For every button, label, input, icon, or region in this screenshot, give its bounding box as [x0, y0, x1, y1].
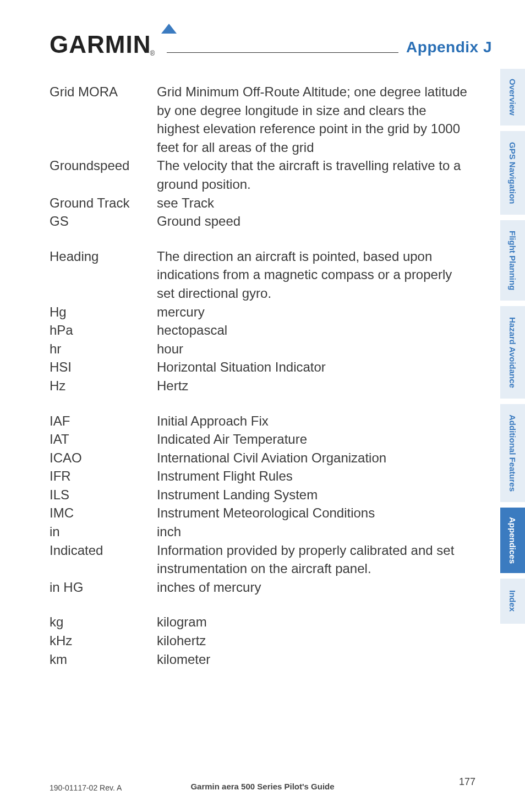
side-tab[interactable]: Appendices [500, 508, 525, 573]
glossary-row: Ground Tracksee Track [50, 194, 468, 212]
header-rule [167, 52, 398, 53]
glossary-term: ICAO [50, 449, 157, 467]
glossary-row: hrhour [50, 340, 468, 358]
glossary-definition: Indicated Air Temperature [157, 430, 468, 449]
glossary-row: GroundspeedThe velocity that the aircraf… [50, 156, 468, 193]
glossary-row: kmkilometer [50, 650, 468, 669]
glossary-term: in [50, 522, 157, 541]
glossary-row: IndicatedInformation provided by properl… [50, 541, 468, 578]
glossary-term: HSI [50, 358, 157, 377]
glossary-row: IATIndicated Air Temperature [50, 430, 468, 449]
glossary-term: Hg [50, 303, 157, 321]
glossary-term: IAT [50, 430, 157, 449]
glossary-row: HSIHorizontal Situation Indicator [50, 358, 468, 377]
glossary-term: GS [50, 212, 157, 231]
registered-icon: ® [150, 50, 155, 57]
glossary-definition: see Track [157, 194, 468, 212]
footer-page-number: 177 [459, 776, 475, 788]
glossary-row: HzHertz [50, 377, 468, 395]
glossary-definition: kilohertz [157, 631, 468, 650]
glossary-definition: inch [157, 522, 468, 541]
glossary-row: ICAOInternational Civil Aviation Organiz… [50, 449, 468, 467]
glossary-row: Grid MORAGrid Minimum Off-Route Altitude… [50, 83, 468, 156]
glossary-definition: The direction an aircraft is pointed, ba… [157, 247, 468, 303]
glossary-definition: Hertz [157, 377, 468, 395]
glossary-definition: kilogram [157, 613, 468, 631]
glossary-row: HeadingThe direction an aircraft is poin… [50, 247, 468, 303]
glossary-definition: Ground speed [157, 212, 468, 231]
svg-marker-0 [161, 24, 177, 34]
logo-triangle-icon [161, 24, 177, 36]
glossary-row: in HGinches of mercury [50, 578, 468, 597]
glossary-row: IAFInitial Approach Fix [50, 412, 468, 430]
glossary-term: IFR [50, 467, 157, 486]
glossary-term: Indicated [50, 541, 157, 560]
glossary-term: Ground Track [50, 194, 157, 212]
glossary-definition: hour [157, 340, 468, 358]
glossary-term: kHz [50, 631, 157, 650]
glossary-definition: Horizontal Situation Indicator [157, 358, 468, 377]
glossary-definition: Initial Approach Fix [157, 412, 468, 430]
glossary-row: ILSInstrument Landing System [50, 486, 468, 504]
page-header: GARMIN ® Appendix J [50, 31, 492, 58]
glossary-term: Heading [50, 247, 157, 266]
glossary-term: kg [50, 613, 157, 631]
side-tabs: OverviewGPS NavigationFlight PlanningHaz… [500, 69, 525, 624]
side-tab[interactable]: Flight Planning [500, 220, 525, 301]
page-footer: 190-01117-02 Rev. A Garmin aera 500 Seri… [50, 782, 475, 793]
glossary-definition: inches of mercury [157, 578, 468, 597]
glossary-row: kgkilogram [50, 613, 468, 631]
garmin-logo: GARMIN ® [50, 31, 156, 58]
appendix-title: Appendix J [406, 39, 492, 58]
glossary-row: GSGround speed [50, 212, 468, 231]
side-tab[interactable]: GPS Navigation [500, 131, 525, 215]
glossary-definition: Instrument Flight Rules [157, 467, 468, 486]
glossary-term: hr [50, 340, 157, 358]
glossary-list: Grid MORAGrid Minimum Off-Route Altitude… [50, 83, 468, 668]
glossary-row: IMCInstrument Meteorological Conditions [50, 504, 468, 522]
glossary-row: kHzkilohertz [50, 631, 468, 650]
side-tab[interactable]: Index [500, 579, 525, 624]
glossary-definition: Instrument Meteorological Conditions [157, 504, 468, 522]
glossary-definition: International Civil Aviation Organizatio… [157, 449, 468, 467]
glossary-term: in HG [50, 578, 157, 597]
glossary-row: ininch [50, 522, 468, 541]
glossary-row: hPahectopascal [50, 321, 468, 340]
glossary-term: ILS [50, 486, 157, 504]
glossary-term: hPa [50, 321, 157, 340]
footer-doc-id: 190-01117-02 Rev. A [50, 783, 122, 792]
glossary-definition: kilometer [157, 650, 468, 669]
logo-text: GARMIN [50, 31, 151, 58]
glossary-row: IFRInstrument Flight Rules [50, 467, 468, 486]
glossary-definition: The velocity that the aircraft is travel… [157, 156, 468, 193]
glossary-definition: Instrument Landing System [157, 486, 468, 504]
side-tab[interactable]: Hazard Avoidance [500, 306, 525, 399]
side-tab[interactable]: Additional Features [500, 404, 525, 502]
footer-title: Garmin aera 500 Series Pilot's Guide [190, 782, 334, 791]
glossary-definition: Information provided by properly calibra… [157, 541, 468, 578]
glossary-term: Hz [50, 377, 157, 395]
glossary-row: Hgmercury [50, 303, 468, 321]
glossary-term: IMC [50, 504, 157, 522]
glossary-definition: mercury [157, 303, 468, 321]
glossary-term: Groundspeed [50, 156, 157, 175]
glossary-term: IAF [50, 412, 157, 430]
side-tab[interactable]: Overview [500, 69, 525, 126]
glossary-definition: hectopascal [157, 321, 468, 340]
glossary-definition: Grid Minimum Off-Route Altitude; one deg… [157, 83, 468, 156]
glossary-term: km [50, 650, 157, 669]
glossary-term: Grid MORA [50, 83, 157, 101]
